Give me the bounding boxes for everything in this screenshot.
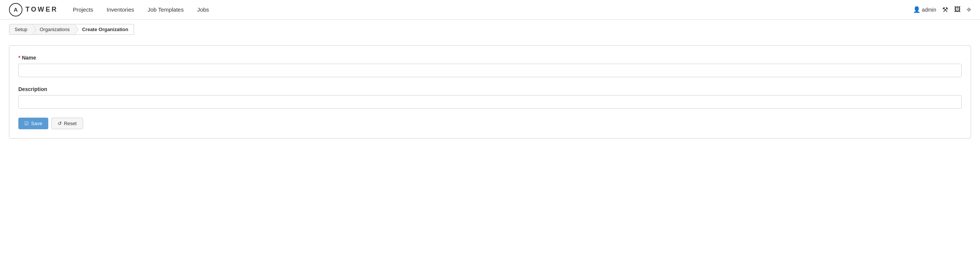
nav-job-templates[interactable]: Job Templates bbox=[148, 6, 183, 13]
header-right: 👤 admin ⚒ 🖼 ⎆ bbox=[913, 6, 971, 14]
description-label-text: Description bbox=[18, 86, 47, 92]
user-menu[interactable]: 👤 admin bbox=[913, 6, 936, 13]
breadcrumb: Setup Organizations Create Organization bbox=[0, 19, 980, 39]
logo-icon: A bbox=[9, 3, 22, 16]
nav-projects[interactable]: Projects bbox=[73, 6, 93, 13]
form-card: * Name Description ☑ Save ↺ Reset bbox=[9, 45, 971, 139]
reset-button[interactable]: ↺ Reset bbox=[51, 118, 83, 129]
main-nav: Projects Inventories Job Templates Jobs bbox=[73, 6, 913, 13]
breadcrumb-wrapper: Setup Organizations Create Organization bbox=[9, 24, 134, 35]
description-label: Description bbox=[18, 86, 962, 92]
nav-jobs[interactable]: Jobs bbox=[197, 6, 209, 13]
logo-area: A TOWER bbox=[9, 3, 58, 16]
reset-icon: ↺ bbox=[58, 121, 62, 126]
username-label: admin bbox=[922, 7, 936, 13]
header: A TOWER Projects Inventories Job Templat… bbox=[0, 0, 980, 19]
nav-inventories[interactable]: Inventories bbox=[107, 6, 134, 13]
save-button[interactable]: ☑ Save bbox=[18, 118, 48, 129]
save-icon: ☑ bbox=[24, 121, 29, 126]
main-content: * Name Description ☑ Save ↺ Reset bbox=[0, 39, 980, 145]
breadcrumb-create-organization[interactable]: Create Organization bbox=[75, 24, 134, 35]
save-label: Save bbox=[31, 121, 42, 126]
name-form-group: * Name bbox=[18, 55, 962, 77]
user-icon: 👤 bbox=[913, 6, 921, 13]
reset-label: Reset bbox=[64, 121, 77, 126]
monitor-icon[interactable]: 🖼 bbox=[954, 6, 961, 13]
settings-icon[interactable]: ⚒ bbox=[942, 6, 948, 14]
logo-text: TOWER bbox=[25, 6, 58, 13]
required-star: * bbox=[18, 55, 20, 61]
breadcrumb-setup[interactable]: Setup bbox=[9, 24, 33, 35]
description-input[interactable] bbox=[18, 95, 962, 109]
name-label: * Name bbox=[18, 55, 962, 61]
description-form-group: Description bbox=[18, 86, 962, 109]
name-input[interactable] bbox=[18, 64, 962, 77]
form-actions: ☑ Save ↺ Reset bbox=[18, 118, 962, 129]
name-label-text: Name bbox=[22, 55, 36, 61]
breadcrumb-organizations[interactable]: Organizations bbox=[33, 24, 75, 35]
logout-icon[interactable]: ⎆ bbox=[967, 6, 971, 13]
